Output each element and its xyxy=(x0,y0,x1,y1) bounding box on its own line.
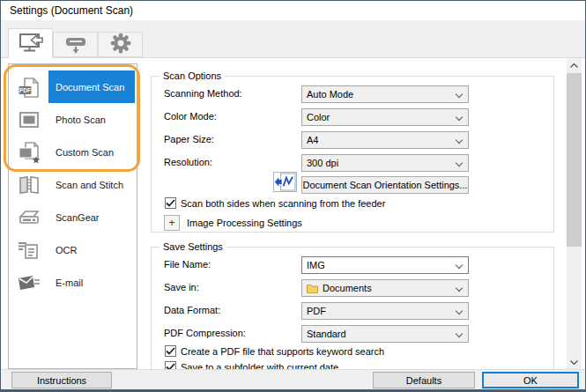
footer-bar: Instructions Defaults OK xyxy=(1,369,585,389)
chevron-down-icon xyxy=(456,137,463,144)
custom-scan-icon xyxy=(9,136,48,168)
orientation-preview-icon xyxy=(273,172,297,192)
duplex-checkbox-row: Scan both sides when scanning from the f… xyxy=(165,197,385,209)
data-format-value: PDF xyxy=(307,306,326,316)
file-name-input[interactable]: IMG xyxy=(301,256,469,274)
sidebar-item-ocr[interactable]: OCR xyxy=(9,233,137,266)
tab-scanner-scan[interactable] xyxy=(53,32,98,57)
paper-size-select[interactable]: A4 xyxy=(301,131,469,149)
scan-options-group: Scan Options Scanning Method: Auto Mode … xyxy=(151,76,554,233)
tab-strip xyxy=(1,20,585,57)
chevron-down-icon xyxy=(456,330,463,337)
subfolder-date-checkbox[interactable] xyxy=(165,361,176,369)
title-bar: Settings (Document Scan) xyxy=(1,1,585,20)
scanning-method-value: Auto Mode xyxy=(307,89,353,100)
settings-window: Settings (Document Scan) xyxy=(0,0,586,392)
scan-type-list: PDF Document Scan Photo Scan xyxy=(8,63,137,369)
chevron-down-icon xyxy=(456,307,463,314)
sidebar-item-document-scan[interactable]: PDF Document Scan xyxy=(9,70,137,103)
sidebar-item-photo-scan[interactable]: Photo Scan xyxy=(9,103,137,136)
instructions-button[interactable]: Instructions xyxy=(11,372,112,388)
checkmark-icon xyxy=(166,362,175,369)
image-processing-expander-button[interactable]: + xyxy=(164,215,180,231)
color-mode-value: Color xyxy=(307,112,330,122)
checkmark-icon xyxy=(166,346,175,356)
sidebar-item-custom-scan[interactable]: Custom Scan xyxy=(9,136,137,168)
sidebar-item-scangear[interactable]: ScanGear xyxy=(9,201,137,233)
ocr-icon xyxy=(9,233,48,266)
sidebar-item-label: Scan and Stitch xyxy=(48,168,135,201)
pdf-compression-select[interactable]: Standard xyxy=(301,325,469,343)
gear-icon xyxy=(109,32,132,58)
defaults-button-label: Defaults xyxy=(406,375,441,386)
sidebar-item-label: E-mail xyxy=(48,266,135,299)
chevron-down-icon xyxy=(456,91,463,98)
ok-button-label: OK xyxy=(523,375,538,386)
color-mode-select[interactable]: Color xyxy=(301,108,469,126)
chevron-down-icon xyxy=(456,159,463,166)
subfolder-checkbox-label: Save to a subfolder with current date xyxy=(181,362,338,370)
duplex-checkbox-label: Scan both sides when scanning from the f… xyxy=(181,198,385,209)
save-in-label: Save in: xyxy=(164,282,199,292)
file-name-label: File Name: xyxy=(164,259,211,270)
paper-size-value: A4 xyxy=(307,135,318,145)
tab-general-settings[interactable] xyxy=(98,32,143,57)
keyword-search-checkbox[interactable] xyxy=(165,345,176,357)
chevron-down-icon xyxy=(456,114,463,121)
sidebar-item-label: Document Scan xyxy=(48,70,135,103)
photo-icon xyxy=(9,103,48,136)
vertical-scrollbar[interactable] xyxy=(567,58,582,369)
resolution-label: Resolution: xyxy=(164,157,212,167)
checkmark-icon xyxy=(166,198,175,208)
chevron-down-icon xyxy=(456,262,463,269)
sidebar-item-label: OCR xyxy=(48,233,135,266)
email-icon xyxy=(9,266,48,299)
keyword-checkbox-label: Create a PDF file that supports keyword … xyxy=(181,346,384,357)
scan-options-title: Scan Options xyxy=(159,70,225,83)
folder-icon xyxy=(307,284,318,293)
settings-page: PDF Document Scan Photo Scan xyxy=(1,57,585,369)
defaults-button[interactable]: Defaults xyxy=(373,372,475,388)
scanning-method-label: Scanning Method: xyxy=(164,88,242,99)
save-settings-title: Save Settings xyxy=(159,240,226,254)
stitch-icon xyxy=(9,168,48,201)
data-format-select[interactable]: PDF xyxy=(301,302,469,320)
color-mode-label: Color Mode: xyxy=(164,111,217,122)
orientation-settings-button[interactable]: Document Scan Orientation Settings... xyxy=(301,176,469,194)
pdf-compression-label: PDF Compression: xyxy=(164,328,246,338)
pdf-document-icon: PDF xyxy=(9,70,48,103)
chevron-down-icon xyxy=(570,360,578,365)
orientation-settings-button-label: Document Scan Orientation Settings... xyxy=(302,180,467,190)
subfolder-checkbox-row: Save to a subfolder with current date xyxy=(165,361,338,369)
duplex-checkbox[interactable] xyxy=(165,197,176,209)
file-name-value: IMG xyxy=(307,260,325,270)
scroll-down-button[interactable] xyxy=(567,355,582,369)
chevron-down-icon xyxy=(456,285,463,292)
plus-icon: + xyxy=(168,217,174,229)
sidebar-item-email[interactable]: E-mail xyxy=(9,266,137,299)
scrollbar-thumb[interactable] xyxy=(567,73,582,247)
scanner-glass-icon xyxy=(9,201,48,233)
chevron-up-icon xyxy=(570,63,578,68)
scanning-method-select[interactable]: Auto Mode xyxy=(301,85,469,103)
image-processing-label: Image Processing Settings xyxy=(187,218,302,228)
save-settings-group: Save Settings File Name: IMG Save in: Do… xyxy=(151,247,554,369)
window-title: Settings (Document Scan) xyxy=(10,4,133,17)
sidebar-item-label: Custom Scan xyxy=(48,136,135,168)
monitor-arrow-icon xyxy=(19,31,43,57)
resolution-value: 300 dpi xyxy=(307,158,338,168)
resolution-select[interactable]: 300 dpi xyxy=(301,154,469,172)
keyword-checkbox-row: Create a PDF file that supports keyword … xyxy=(165,345,384,357)
ok-button[interactable]: OK xyxy=(482,372,579,388)
save-in-select[interactable]: Documents xyxy=(301,279,469,297)
sidebar-item-label: ScanGear xyxy=(48,201,135,233)
svg-text:PDF: PDF xyxy=(19,86,31,92)
scroll-up-button[interactable] xyxy=(567,58,582,73)
pdf-compression-value: Standard xyxy=(307,329,346,339)
tab-computer-scan[interactable] xyxy=(8,28,53,58)
sidebar-item-label: Photo Scan xyxy=(48,103,135,136)
scanner-arrow-icon xyxy=(63,32,88,58)
data-format-label: Data Format: xyxy=(164,305,220,315)
instructions-button-label: Instructions xyxy=(37,375,86,386)
sidebar-item-scan-and-stitch[interactable]: Scan and Stitch xyxy=(9,168,137,201)
